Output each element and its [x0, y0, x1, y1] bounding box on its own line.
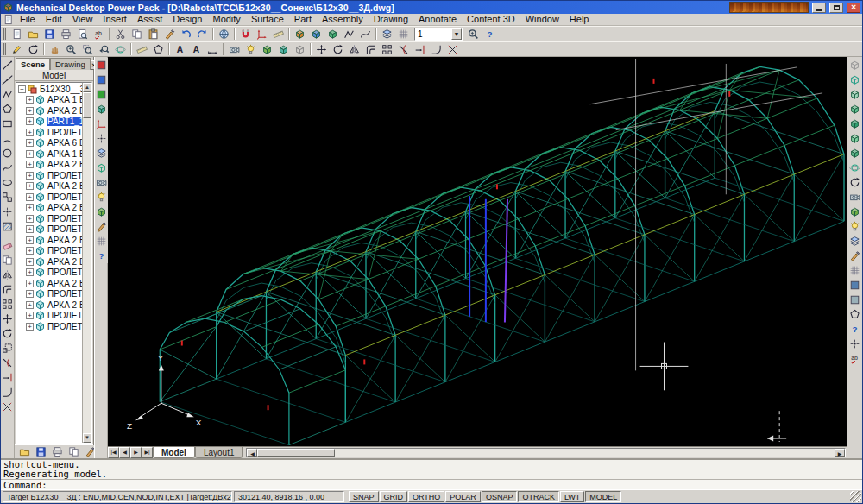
expand-icon[interactable]: +	[26, 280, 34, 287]
fillet-button[interactable]	[428, 42, 444, 56]
expand-icon[interactable]: +	[26, 150, 34, 158]
expand-icon[interactable]: +	[26, 301, 34, 309]
distance-button[interactable]	[134, 42, 150, 56]
expand-icon[interactable]: +	[26, 161, 34, 168]
browser-copy-button[interactable]	[66, 445, 82, 459]
area-button[interactable]	[150, 42, 167, 56]
render-preferences-button[interactable]: ?	[848, 322, 861, 337]
zoom-window-button[interactable]	[79, 42, 96, 56]
menu-edit[interactable]: Edit	[41, 14, 67, 25]
menu-help[interactable]: Help	[564, 14, 595, 25]
lights-tool-button[interactable]	[95, 190, 108, 205]
mirror-button[interactable]	[346, 42, 362, 56]
sketch-button[interactable]	[341, 27, 357, 41]
work-point-button[interactable]	[95, 131, 108, 146]
expand-icon[interactable]: +	[26, 182, 34, 190]
title-bar[interactable]: Mechanical Desktop Power Pack - [D:\Rabo…	[1, 1, 862, 14]
tree-item-арка-2-б1230-6[interactable]: +АРКА 2 Б1230_6	[16, 235, 82, 246]
collapse-icon[interactable]: −	[18, 85, 26, 93]
tree-item-пролет-2[interactable]: +ПРОЛЕТ_2	[16, 170, 82, 181]
tree-item-арка-2-б1230-4[interactable]: +АРКА 2 Б1230_4	[16, 203, 82, 214]
camera-view-button[interactable]	[848, 190, 861, 205]
fillet-2-button[interactable]	[1, 385, 14, 400]
tree-item-арка-6-б1230-1[interactable]: +АРКА 6 Б1230_1	[16, 138, 82, 149]
inquiry-button[interactable]	[270, 27, 287, 41]
tree-item-пролет-10[interactable]: +ПРОЛЕТ_10	[16, 321, 82, 332]
polyline-button[interactable]	[1, 87, 14, 102]
toggle-polar[interactable]: POLAR	[445, 491, 481, 502]
camera-button[interactable]	[226, 42, 243, 56]
menu-window[interactable]: Window	[520, 14, 564, 25]
sketch-view-button[interactable]	[95, 72, 108, 87]
expand-icon[interactable]: +	[26, 268, 34, 276]
ellipse-button[interactable]	[1, 175, 14, 190]
expand-icon[interactable]: +	[26, 117, 34, 125]
offset-2-button[interactable]	[1, 282, 14, 297]
maximize-button[interactable]	[829, 3, 843, 13]
mirror-2-button[interactable]	[1, 268, 14, 282]
toggle-shading-button[interactable]	[324, 27, 341, 41]
fog-button[interactable]	[848, 293, 861, 307]
pan-realtime-button[interactable]	[47, 42, 63, 56]
layout-tab-layout1[interactable]: Layout1	[195, 447, 243, 458]
work-plane-button[interactable]	[95, 146, 108, 161]
expand-icon[interactable]: +	[26, 258, 34, 266]
tab-last-button[interactable]: ▶|	[142, 447, 153, 458]
tree-item-арка-2-б1230-9[interactable]: +АРКА 2 Б1230_9	[16, 299, 82, 311]
object-snap-button[interactable]	[237, 27, 254, 41]
help-button[interactable]: ?	[482, 27, 498, 41]
orbit-view-button[interactable]	[848, 161, 861, 175]
toggle-snap[interactable]: SNAP	[349, 491, 379, 502]
expand-icon[interactable]: +	[26, 323, 34, 331]
print-preview-button[interactable]	[74, 27, 91, 41]
part-update-button[interactable]	[95, 58, 108, 72]
toggle-ortho[interactable]: ORTHO	[408, 491, 444, 502]
scroll-right-icon[interactable]: ▶	[835, 449, 845, 457]
toolbar-handle[interactable]	[3, 28, 6, 40]
3d-wireframe-button[interactable]	[848, 72, 861, 87]
gouraud-shaded-button[interactable]	[848, 117, 861, 131]
scrollbar-thumb[interactable]	[83, 92, 91, 118]
expand-icon[interactable]: +	[26, 139, 34, 147]
rectangle-button[interactable]	[1, 117, 14, 131]
gouraud-edges-button[interactable]	[848, 146, 861, 161]
tree-item-пролет-7[interactable]: +ПРОЛЕТ_7	[16, 268, 82, 279]
browser-folder-button[interactable]	[16, 445, 33, 459]
browser-save-button[interactable]	[33, 445, 49, 459]
redraw-button[interactable]	[9, 42, 25, 56]
extend-button[interactable]	[412, 42, 428, 56]
layer-grid-button[interactable]	[395, 27, 412, 41]
menu-content-3d[interactable]: Content 3D	[462, 14, 520, 25]
tree-item-part1-1[interactable]: +PART1_1	[16, 117, 82, 128]
menu-design[interactable]: Design	[167, 14, 207, 25]
copy-button[interactable]	[129, 27, 145, 41]
polygon-button[interactable]	[1, 102, 14, 117]
background-button[interactable]	[95, 234, 108, 249]
save-button[interactable]	[41, 27, 58, 41]
construction-line-button[interactable]	[1, 72, 14, 87]
document-icon[interactable]	[3, 14, 15, 25]
new-scene-button[interactable]	[308, 27, 324, 41]
expand-icon[interactable]: +	[26, 193, 34, 201]
toggle-model[interactable]: MODEL	[585, 491, 621, 502]
flat-edges-button[interactable]	[848, 131, 861, 146]
expand-icon[interactable]: +	[26, 247, 34, 255]
expand-icon[interactable]: +	[26, 204, 34, 211]
tab-next-button[interactable]: ▶	[130, 447, 142, 458]
menu-annotate[interactable]: Annotate	[413, 14, 462, 25]
expand-icon[interactable]: +	[26, 290, 34, 298]
regen-button[interactable]	[25, 42, 41, 56]
menu-drawing[interactable]: Drawing	[369, 14, 413, 25]
new-part-tool-button[interactable]	[95, 102, 108, 117]
tree-item-арка-1-б1230-2[interactable]: +АРКА 1 Б1230_2	[16, 148, 82, 160]
explode-2-button[interactable]	[1, 400, 14, 414]
trim-button[interactable]	[395, 42, 412, 56]
toggle-osnap[interactable]: OSNAP	[482, 491, 518, 502]
expand-icon[interactable]: +	[26, 215, 34, 223]
undo-button[interactable]	[178, 27, 194, 41]
menu-part[interactable]: Part	[289, 14, 317, 25]
render-statistics-button[interactable]: ab	[848, 351, 861, 366]
expand-icon[interactable]: +	[26, 172, 34, 180]
zoom-previous-button[interactable]	[96, 42, 112, 56]
menu-insert[interactable]: Insert	[98, 14, 132, 25]
